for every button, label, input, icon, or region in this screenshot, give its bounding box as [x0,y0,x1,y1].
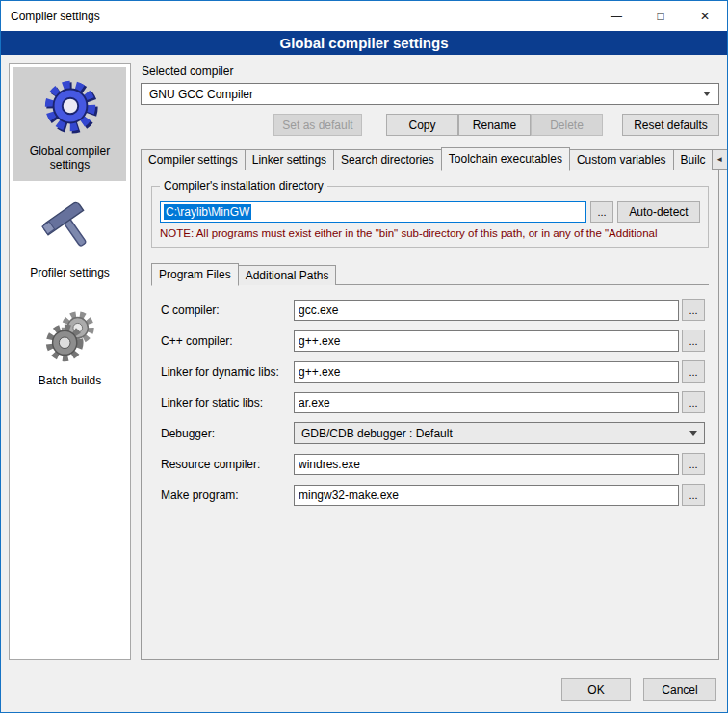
debugger-selected-value: GDB/CDB debugger : Default [301,427,453,440]
hammer-icon [40,198,100,257]
install-dir-selected-text: C:\raylib\MinGW [164,204,251,220]
tab-scroll-arrows: ◄ ► [713,149,728,170]
sidebar-item-profiler-settings[interactable]: Profiler settings [13,189,126,289]
static-linker-input[interactable] [294,392,679,413]
tab-search-directories[interactable]: Search directories [333,149,442,170]
sidebar-item-label: Profiler settings [30,266,110,279]
field-row-resource-compiler: Resource compiler: ... [161,453,705,475]
dialog-banner: Global compiler settings [1,31,727,55]
field-row-dynamic-linker: Linker for dynamic libs: ... [161,360,705,383]
tab-additional-paths[interactable]: Additional Paths [238,265,337,285]
install-dir-input[interactable]: C:\raylib\MinGW [160,201,586,223]
field-row-make-program: Make program: ... [161,484,705,506]
reset-defaults-button[interactable]: Reset defaults [622,114,719,136]
c-compiler-input[interactable] [294,300,679,321]
field-row-static-linker: Linker for static libs: ... [161,391,705,413]
tab-toolchain-executables[interactable]: Toolchain executables [441,147,570,171]
cancel-button[interactable]: Cancel [643,678,716,701]
installation-directory-row: C:\raylib\MinGW ... Auto-detect [160,201,700,223]
dynamic-linker-browse-button[interactable]: ... [682,360,705,383]
selected-compiler-dropdown[interactable]: GNU GCC Compiler [141,83,719,105]
toolchain-executables-panel: Compiler's installation directory C:\ray… [141,169,719,660]
field-row-cpp-compiler: C++ compiler: ... [161,330,705,352]
title-bar: Compiler settings — □ ✕ [1,1,727,31]
make-program-browse-button[interactable]: ... [682,484,705,506]
chevron-down-icon [689,431,697,436]
tab-build-options-truncated[interactable]: Builc [673,149,714,170]
rename-button[interactable]: Rename [458,114,531,136]
make-program-input[interactable] [294,485,679,506]
static-linker-label: Linker for static libs: [161,396,294,409]
make-program-label: Make program: [161,489,294,502]
maximize-icon[interactable]: □ [638,1,683,31]
window-title: Compiler settings [1,10,100,23]
sidebar-item-batch-builds[interactable]: Batch builds [13,297,126,397]
resource-compiler-label: Resource compiler: [161,458,294,471]
auto-detect-button[interactable]: Auto-detect [617,201,700,223]
set-as-default-button[interactable]: Set as default [273,114,362,136]
delete-button[interactable]: Delete [531,114,603,136]
close-icon[interactable]: ✕ [683,1,727,31]
cpp-compiler-label: C++ compiler: [161,334,294,348]
c-compiler-browse-button[interactable]: ... [682,299,705,321]
note-text: NOTE: All programs must exist either in … [160,227,700,239]
batch-gears-icon [40,305,100,365]
window-controls: — □ ✕ [594,1,727,31]
sidebar-item-label: Global compiler settings [15,145,124,172]
copy-button[interactable]: Copy [386,114,458,136]
tab-custom-variables[interactable]: Custom variables [569,149,674,170]
field-row-c-compiler: C compiler: ... [161,299,705,321]
tab-compiler-settings[interactable]: Compiler settings [141,149,246,170]
selected-compiler-label: Selected compiler [142,65,719,78]
compiler-settings-window: Compiler settings — □ ✕ Global compiler … [0,0,728,713]
resource-compiler-input[interactable] [294,454,679,475]
dynamic-linker-label: Linker for dynamic libs: [161,365,294,379]
selected-compiler-value: GNU GCC Compiler [149,88,253,101]
main-panel: Selected compiler GNU GCC Compiler Set a… [141,63,719,660]
field-row-debugger: Debugger: GDB/CDB debugger : Default [161,422,705,444]
tab-linker-settings[interactable]: Linker settings [245,149,334,170]
dialog-body: Global compiler settings Profiler settin… [1,55,727,668]
tab-scroll-left-icon[interactable]: ◄ [712,149,728,170]
gear-icon [40,76,100,136]
debugger-select[interactable]: GDB/CDB debugger : Default [294,422,705,444]
program-files-tab-strip: Program Files Additional Paths [151,263,709,285]
ok-button[interactable]: OK [561,678,631,701]
chevron-down-icon [703,92,711,96]
resource-compiler-browse-button[interactable]: ... [682,453,705,475]
sidebar-item-label: Batch builds [39,374,101,387]
installation-directory-groupbox: Compiler's installation directory C:\ray… [151,186,709,248]
sidebar-item-global-compiler-settings[interactable]: Global compiler settings [13,67,126,181]
minimize-icon[interactable]: — [594,1,638,31]
dialog-footer: OK Cancel [1,668,727,712]
installation-directory-legend: Compiler's installation directory [160,179,327,193]
settings-tab-strip: Compiler settings Linker settings Search… [141,147,719,170]
cpp-compiler-input[interactable] [294,330,679,352]
cpp-compiler-browse-button[interactable]: ... [682,330,705,352]
dynamic-linker-input[interactable] [294,361,679,383]
static-linker-browse-button[interactable]: ... [682,391,705,413]
program-files-fields: C compiler: ... C++ compiler: ... Linker… [151,284,709,649]
install-dir-browse-button[interactable]: ... [590,201,613,223]
c-compiler-label: C compiler: [161,304,294,317]
compiler-actions-row: Set as default Copy Rename Delete Reset … [141,114,719,136]
settings-category-sidebar: Global compiler settings Profiler settin… [9,63,131,660]
tab-program-files[interactable]: Program Files [151,263,239,286]
debugger-label: Debugger: [161,427,294,440]
